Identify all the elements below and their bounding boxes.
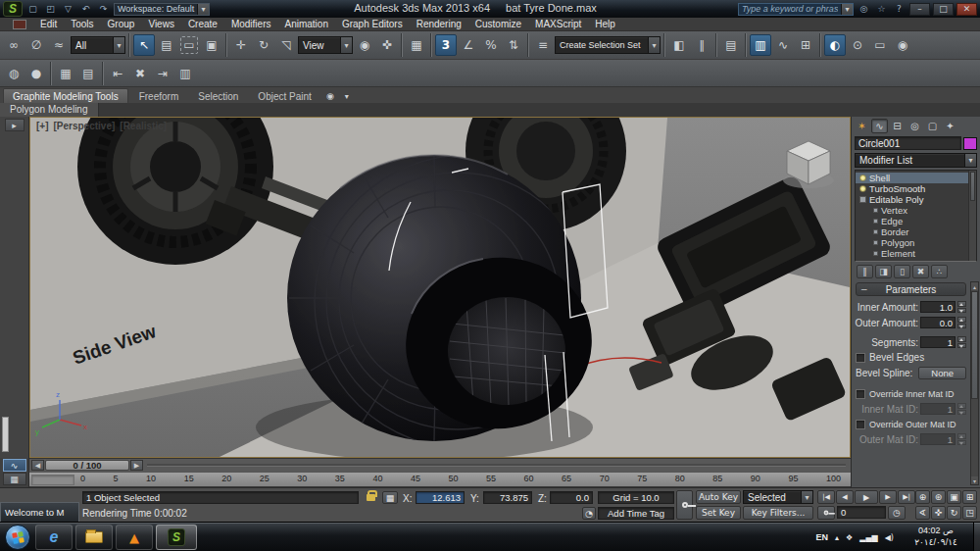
panel-scrollbar[interactable]: ▴ ▾ xyxy=(970,281,979,485)
show-hidden-icons-arrow[interactable]: ▴ xyxy=(835,533,839,542)
window-crossing-button[interactable]: ▣ xyxy=(201,34,222,56)
viewport-canvas[interactable]: Side View xyxy=(30,118,850,457)
select-and-link-button[interactable]: ∞ xyxy=(3,34,24,56)
object-name-field[interactable]: Circle001 xyxy=(855,136,961,150)
curve-editor-button[interactable]: ∿ xyxy=(772,34,794,56)
parameters-rollout-header[interactable]: − Parameters xyxy=(856,282,966,296)
menu-item-group[interactable]: Group xyxy=(101,19,142,29)
menu-item-rendering[interactable]: Rendering xyxy=(410,19,468,29)
create-tab-icon[interactable]: ✶ xyxy=(854,119,870,133)
ribbon-toggle-button[interactable]: ▥ xyxy=(750,34,771,56)
file-explorer-taskbar-button[interactable] xyxy=(75,525,113,550)
remove-modifier-button[interactable]: ✖ xyxy=(912,265,929,278)
percent-snap-button[interactable]: % xyxy=(480,34,502,56)
spinner-snap-button[interactable]: ⇅ xyxy=(503,34,524,56)
ribbon-pin-icon[interactable]: ◉ xyxy=(322,89,338,103)
internet-explorer-taskbar-button[interactable]: e xyxy=(35,525,73,550)
next-frame-arrow-icon[interactable]: ▶ xyxy=(130,460,143,471)
configure-modifier-sets-button[interactable]: ∴ xyxy=(931,265,948,278)
stack-item-editable-poly[interactable]: Editable Poly xyxy=(856,194,976,205)
current-frame-field[interactable]: 0 xyxy=(837,506,886,519)
ribbon-tab-freeform[interactable]: Freeform xyxy=(130,89,188,103)
stack-subitem-vertex[interactable]: Vertex xyxy=(856,205,976,216)
ribbon-tab-object-paint[interactable]: Object Paint xyxy=(249,89,319,103)
play-button[interactable]: ▶ xyxy=(855,490,878,504)
timeline-grid-button[interactable]: ▦ xyxy=(3,473,26,485)
containers-local-icon[interactable]: ● xyxy=(25,63,47,84)
media-player-taskbar-button[interactable]: ▲ xyxy=(116,525,153,550)
bind-spacewarp-button[interactable]: ≈ xyxy=(48,34,70,56)
undo-icon[interactable]: ↶ xyxy=(78,2,93,16)
utilities-tab-icon[interactable]: ✦ xyxy=(942,119,958,133)
close-button[interactable]: ✕ xyxy=(956,3,977,16)
menu-item-animation[interactable]: Animation xyxy=(277,19,334,29)
key-prev-icon[interactable]: ⇤ xyxy=(107,63,128,84)
select-move-button[interactable]: ✛ xyxy=(230,34,252,56)
next-frame-button[interactable]: ▶ xyxy=(879,490,897,504)
named-selection-sets-button[interactable]: ≡ xyxy=(532,34,554,56)
selection-filter-dropdown[interactable]: All ▾ xyxy=(71,36,125,54)
show-end-result-button[interactable]: ◨ xyxy=(875,265,892,278)
favorites-icon[interactable]: ☆ xyxy=(874,2,889,16)
set-keys-button[interactable] xyxy=(676,490,693,520)
menu-item-help[interactable]: Help xyxy=(588,19,622,29)
menu-item-views[interactable]: Views xyxy=(141,19,181,29)
previous-frame-button[interactable]: ◀ xyxy=(836,490,854,504)
workspace-dropdown[interactable]: Workspace: Default ▾ xyxy=(114,3,210,16)
key-filters-button[interactable]: Key Filters... xyxy=(743,506,813,520)
minimized-welcome-window[interactable]: Welcome to M xyxy=(0,502,79,523)
language-indicator[interactable]: EN xyxy=(816,532,829,542)
render-setup-button[interactable]: ⊙ xyxy=(847,34,868,56)
search-go-icon[interactable]: ◎ xyxy=(857,2,871,16)
scrollbar-thumb[interactable] xyxy=(970,172,975,201)
layer-manager-button[interactable]: ▤ xyxy=(720,34,742,56)
menu-item-modifiers[interactable]: Modifiers xyxy=(224,19,278,29)
rendered-frame-button[interactable]: ▭ xyxy=(869,34,891,56)
reference-coordinate-dropdown[interactable]: View ▾ xyxy=(298,36,353,54)
zoom-all-button[interactable]: ⊛ xyxy=(931,490,946,504)
menu-item-create[interactable]: Create xyxy=(181,19,224,29)
bevel-edges-checkbox[interactable] xyxy=(856,353,865,363)
maximize-button[interactable]: □ xyxy=(933,3,954,16)
maximize-viewport-button[interactable]: ◳ xyxy=(962,506,977,520)
outer-amount-spinner[interactable] xyxy=(957,317,966,328)
viewport-shading-menu[interactable]: [Realistic] xyxy=(120,121,167,131)
stack-subitem-element[interactable]: Element xyxy=(856,248,976,259)
time-tag-icon[interactable]: ◔ xyxy=(582,507,596,520)
new-scene-icon[interactable]: ▢ xyxy=(25,2,40,16)
container-tool-icon[interactable]: ▤ xyxy=(77,63,99,84)
go-to-end-button[interactable]: ▶| xyxy=(898,490,915,504)
redo-icon[interactable]: ↷ xyxy=(96,2,111,16)
render-production-button[interactable]: ◉ xyxy=(892,34,913,56)
menu-item-maxscript[interactable]: MAXScript xyxy=(528,19,588,29)
minimize-button[interactable]: – xyxy=(909,3,930,16)
time-configuration-button[interactable]: ◷ xyxy=(888,506,906,520)
schematic-view-button[interactable]: ⊞ xyxy=(795,34,816,56)
absolute-offset-toggle-icon[interactable]: ▦ xyxy=(382,491,398,504)
motion-tab-icon[interactable]: ◎ xyxy=(906,119,923,133)
ribbon-tab-selection[interactable]: Selection xyxy=(189,89,247,103)
ribbon-panel-polygon-modeling[interactable]: Polygon Modeling xyxy=(0,103,99,117)
layout-tabs-arrow-icon[interactable]: ▸ xyxy=(5,119,24,131)
stack-subitem-polygon[interactable]: Polygon xyxy=(856,237,976,248)
search-input[interactable] xyxy=(739,4,841,14)
mini-curve-editor-button[interactable]: ∿ xyxy=(3,459,26,472)
help-icon[interactable]: ? xyxy=(892,2,906,16)
modify-tab-icon[interactable]: ∿ xyxy=(871,119,888,133)
x-coordinate-field[interactable]: 12.613 xyxy=(416,491,465,504)
track-bar[interactable]: 0 5 10 15 20 25 30 35 40 45 50 55 60 65 … xyxy=(29,472,851,487)
keyboard-override-button[interactable]: ▦ xyxy=(406,34,427,56)
menu-item-customize[interactable]: Customize xyxy=(468,19,528,29)
app-logo-icon[interactable]: S xyxy=(3,1,23,17)
use-center-button[interactable]: ◉ xyxy=(354,34,375,56)
action-center-icon[interactable]: ❖ xyxy=(846,533,853,542)
snap-3d-button[interactable]: 3 xyxy=(435,34,457,56)
segments-field[interactable]: 1 xyxy=(920,336,956,348)
z-coordinate-field[interactable]: 0.0 xyxy=(550,491,593,504)
stack-scrollbar[interactable] xyxy=(968,171,976,261)
zoom-button[interactable]: ⊕ xyxy=(915,490,930,504)
scroll-up-icon[interactable]: ▴ xyxy=(971,282,978,290)
segments-spinner[interactable] xyxy=(957,336,966,348)
y-coordinate-field[interactable]: 73.875 xyxy=(483,491,532,504)
container-tool-icon[interactable]: ▦ xyxy=(55,63,76,84)
